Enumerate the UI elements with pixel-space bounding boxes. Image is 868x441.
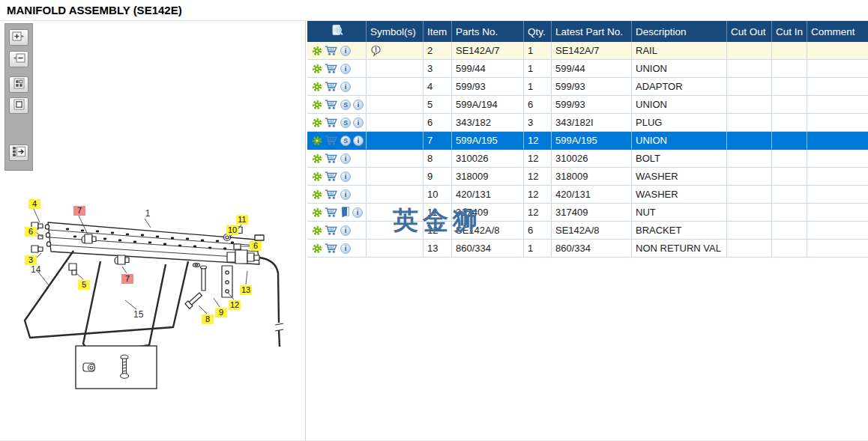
add-to-cart-icon[interactable] <box>325 207 338 218</box>
row-actions: i <box>307 42 367 60</box>
diagram-callout-12[interactable]: 12 <box>229 300 241 310</box>
diagram-callout-1[interactable]: 1 <box>142 209 154 219</box>
cell-symbols <box>367 60 424 78</box>
cell-cut-in <box>772 186 807 204</box>
info-icon[interactable]: i <box>340 225 351 236</box>
cell-qty: 1 <box>524 60 552 78</box>
table-row[interactable]: i931800912318009WASHER <box>307 168 868 186</box>
info-icon[interactable]: i <box>340 243 351 254</box>
header-cut-in[interactable]: Cut In <box>772 21 807 42</box>
gear-icon[interactable] <box>312 118 322 128</box>
cell-cut-in <box>772 60 807 78</box>
diagram-callout-6[interactable]: 6 <box>250 241 262 251</box>
add-to-cart-icon[interactable] <box>325 153 338 164</box>
table-row[interactable]: i4599/931599/93ADAPTOR <box>307 78 868 96</box>
add-to-cart-icon[interactable] <box>325 225 338 236</box>
gear-icon[interactable] <box>312 225 322 236</box>
info-icon[interactable]: i <box>352 207 363 218</box>
diagram-callout-15[interactable]: 15 <box>132 310 145 320</box>
book-icon[interactable] <box>340 207 350 218</box>
cell-item: 13 <box>424 240 452 258</box>
info-icon[interactable]: i <box>353 136 364 146</box>
diagram-callout-14[interactable]: 14 <box>29 265 42 275</box>
table-row[interactable]: i1131740912317409NUT <box>307 204 868 222</box>
gear-icon[interactable] <box>312 100 322 110</box>
diagram-callout-10[interactable]: 10 <box>226 225 238 235</box>
header-parts-no[interactable]: Parts No. <box>452 21 524 42</box>
cell-qty: 12 <box>524 186 552 204</box>
add-to-cart-icon[interactable] <box>325 189 338 200</box>
header-latest-part-no[interactable]: Latest Part No. <box>552 21 632 42</box>
gear-icon[interactable] <box>312 82 322 92</box>
cell-latest-part-no: 343/182I <box>552 114 632 132</box>
pipe-right <box>259 258 279 323</box>
gear-icon[interactable] <box>312 207 322 218</box>
add-to-cart-icon[interactable] <box>325 81 338 92</box>
info-icon[interactable]: i <box>340 64 351 74</box>
header-cut-out[interactable]: Cut Out <box>727 21 772 42</box>
gear-icon[interactable] <box>312 64 322 74</box>
cell-latest-part-no: 317409 <box>552 204 632 222</box>
header-item[interactable]: Item <box>424 21 452 42</box>
info-icon[interactable]: i <box>340 46 351 56</box>
info-icon[interactable]: i <box>353 118 364 128</box>
gear-icon[interactable] <box>312 243 322 254</box>
diagram-callout-4[interactable]: 4 <box>28 199 40 209</box>
table-row[interactable]: i!2SE142A/71SE142A/7RAIL <box>307 42 868 60</box>
cell-cut-in <box>772 114 807 132</box>
info-icon[interactable]: i <box>340 153 351 164</box>
info-icon[interactable]: i <box>340 82 351 92</box>
add-to-cart-icon[interactable] <box>325 243 338 254</box>
cell-item: 4 <box>424 78 452 96</box>
diagram-callout-7[interactable]: 7 <box>121 274 133 284</box>
inset-box <box>76 346 157 389</box>
superseded-badge[interactable]: S <box>340 118 351 128</box>
diagram-callout-13[interactable]: 13 <box>240 285 252 295</box>
diagram-callout-6[interactable]: 6 <box>25 227 37 237</box>
info-icon[interactable]: i <box>340 171 351 182</box>
info-icon[interactable]: i <box>340 189 351 200</box>
gear-icon[interactable] <box>312 136 322 146</box>
info-icon[interactable]: i <box>353 100 364 110</box>
diagram-callout-8[interactable]: 8 <box>202 314 214 324</box>
table-row[interactable]: i3599/441599/44UNION <box>307 60 868 78</box>
diagram-callout-5[interactable]: 5 <box>78 280 90 290</box>
gear-icon[interactable] <box>312 153 322 164</box>
cell-item: 12 <box>424 222 452 240</box>
add-to-cart-icon[interactable] <box>325 171 338 182</box>
cell-cut-in <box>772 204 807 222</box>
diagram-panel: 4711110663145715891213 <box>0 21 305 441</box>
table-row[interactable]: i13860/3341860/334NON RETURN VAL <box>307 240 868 258</box>
fitting-3 <box>31 246 38 252</box>
add-to-cart-icon[interactable] <box>325 45 338 56</box>
add-to-cart-icon[interactable] <box>325 99 338 110</box>
table-row[interactable]: Si7599A/19512599A/195UNION <box>307 132 868 150</box>
table-row[interactable]: i831002612310026BOLT <box>307 150 868 168</box>
table-row[interactable]: i12SE142A/86SE142A/8BRACKET <box>307 222 868 240</box>
cell-description: UNION <box>632 132 727 150</box>
cell-description: ADAPTOR <box>632 78 727 96</box>
add-to-cart-icon[interactable] <box>325 63 338 74</box>
superseded-badge[interactable]: S <box>340 136 351 146</box>
gear-icon[interactable] <box>312 189 322 200</box>
table-row[interactable]: i10420/13112420/131WASHER <box>307 186 868 204</box>
table-row[interactable]: Si6343/1823343/182IPLUG <box>307 114 868 132</box>
gear-icon[interactable] <box>312 171 322 182</box>
diagram-callout-11[interactable]: 11 <box>236 215 248 225</box>
assembly-diagram <box>0 21 305 441</box>
header-qty[interactable]: Qty. <box>524 21 552 42</box>
header-symbols[interactable]: Symbol(s) <box>367 21 424 42</box>
add-to-cart-icon[interactable] <box>325 117 338 128</box>
note-balloon-icon[interactable]: ! <box>370 45 382 57</box>
header-description[interactable]: Description <box>632 21 727 42</box>
gear-icon[interactable] <box>312 46 322 56</box>
diagram-callout-9[interactable]: 9 <box>215 308 227 317</box>
table-row[interactable]: Si5599A/1946599/93UNION <box>307 96 868 114</box>
diagram-callout-7[interactable]: 7 <box>73 206 85 216</box>
header-comment[interactable]: Comment <box>807 21 868 42</box>
row-actions: Si <box>307 132 367 150</box>
add-to-cart-icon[interactable] <box>325 135 338 146</box>
row-actions: i <box>307 222 367 240</box>
superseded-badge[interactable]: S <box>340 100 351 110</box>
cell-qty: 1 <box>524 240 552 258</box>
